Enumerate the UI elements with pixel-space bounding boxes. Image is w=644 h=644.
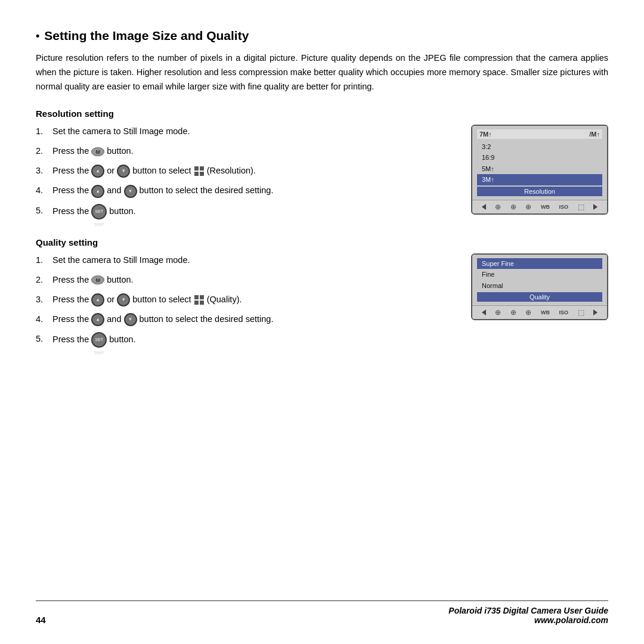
book-title: Polaroid i735 Digital Camera User Guide [448,606,608,615]
step-content-1: Set the camera to Still Image mode. [52,125,453,138]
quality-step-3: 3. Press the or button to select [36,293,453,306]
page-title: • Setting the Image Size and Quality [36,29,608,43]
quality-steps-block: 1. Set the camera to Still Image mode. 2… [36,253,608,354]
q-step-content-2: Press the M button. [52,273,453,287]
screen-inner: 7M↑ /M↑ 3:2 16:9 5M↑ 3M↑ Resolution [472,126,607,200]
resolution-item-32: 3:2 [477,141,602,153]
quality-screen-icons: ⊕ ⊕ ⊕ WB ISO ⬚ [472,305,607,319]
q-icon-wb: WB [541,309,550,315]
svg-rect-6 [194,301,199,305]
icon-iso: ISO [559,204,569,210]
icon-4: ⬚ [578,203,584,211]
resolution-step-1: 1. Set the camera to Still Image mode. [36,125,453,138]
quality-steps-list: 1. Set the camera to Still Image mode. 2… [36,253,453,354]
resolution-menu-items: 3:2 16:9 5M↑ 3M↑ [477,141,602,185]
page: • Setting the Image Size and Quality Pic… [0,0,644,644]
screen-mode-right: /M↑ [589,131,600,138]
quality-screen-inner: Super Fine Fine Normal Quality [472,255,607,306]
q-m-button-icon: M [91,275,104,284]
right-nav-arrow [593,204,597,210]
website: www.polaroid.com [448,615,608,625]
icon-wb: WB [541,204,550,210]
resolution-screen: 7M↑ /M↑ 3:2 16:9 5M↑ 3M↑ Resolution ⊕ ⊕ [471,125,608,215]
q-icon-1: ⊕ [495,308,501,317]
step-content-2: Press the M button. [52,144,453,158]
q-down-nav-icon [124,313,137,326]
quality-screen: Super Fine Fine Normal Quality ⊕ ⊕ ⊕ WB … [471,253,608,321]
step-num-4: 4. [36,184,52,197]
quality-item-superfine: Super Fine [477,258,602,270]
down-arrow-icon [117,165,130,178]
svg-rect-2 [194,172,199,176]
q-up-nav-icon [91,313,104,326]
down-nav-icon [124,185,137,198]
quality-step-4: 4. Press the and button to select the de… [36,312,453,326]
resolution-label: Resolution [477,187,602,196]
q-step-num-2: 2. [36,273,52,287]
step-num-1: 1. [36,125,52,138]
quality-section: Quality setting 1. Set the camera to Sti… [36,237,608,354]
resolution-step-2: 2. Press the M button. [36,144,453,158]
q-step-content-5: Press the SETDISP button. [52,332,453,348]
icon-1: ⊕ [495,203,501,211]
screen-top-bar: 7M↑ /M↑ [477,129,602,139]
q-step-num-3: 3. [36,293,52,306]
resolution-item-3m: 3M↑ [477,174,602,185]
q-step-num-1: 1. [36,253,52,267]
quality-heading: Quality setting [36,237,608,247]
set-disp-button-icon: SETDISP [91,204,107,219]
m-button-icon: M [91,147,104,156]
resolution-grid-icon [194,166,205,177]
left-nav-arrow [482,204,486,210]
q-icon-3: ⊕ [525,308,531,317]
step-content-5: Press the SETDISP button. [52,204,453,219]
resolution-steps-block: 1. Set the camera to Still Image mode. 2… [36,125,608,225]
resolution-step-4: 4. Press the and button to select the de… [36,184,453,197]
q-step-num-4: 4. [36,312,52,326]
step-content-3: Press the or button to select [52,164,453,178]
resolution-item-169: 16:9 [477,152,602,163]
svg-rect-5 [200,295,204,299]
svg-rect-0 [194,166,199,171]
resolution-heading: Resolution setting [36,109,608,119]
quality-item-fine: Fine [477,269,602,280]
resolution-steps-list: 1. Set the camera to Still Image mode. 2… [36,125,453,225]
quality-step-1: 1. Set the camera to Still Image mode. [36,253,453,267]
footer-title-block: Polaroid i735 Digital Camera User Guide … [448,606,608,625]
step-num-5: 5. [36,204,52,218]
icon-3: ⊕ [525,203,531,211]
resolution-screen-icons: ⊕ ⊕ ⊕ WB ISO ⬚ [472,200,607,213]
icon-2: ⊕ [510,203,516,211]
resolution-step-5: 5. Press the SETDISP button. [36,204,453,219]
q-icon-2: ⊕ [510,308,516,317]
resolution-section: Resolution setting 1. Set the camera to … [36,109,608,225]
screen-mode-left: 7M↑ [479,131,492,138]
step-num-2: 2. [36,144,52,158]
resolution-item-5m: 5M↑ [477,163,602,175]
q-down-arrow-icon [117,293,130,306]
q-step-content-1: Set the camera to Still Image mode. [52,253,453,267]
q-step-content-3: Press the or button to select [52,293,453,306]
q-icon-iso: ISO [559,309,569,315]
up-arrow-icon [91,165,104,178]
q-step-content-4: Press the and button to select the desir… [52,312,453,326]
footer: 44 Polaroid i735 Digital Camera User Gui… [36,600,608,625]
quality-step-2: 2. Press the M button. [36,273,453,287]
resolution-step-3: 3. Press the or button to select [36,164,453,178]
svg-rect-7 [200,301,204,305]
q-icon-4: ⬚ [578,308,584,317]
q-step-num-5: 5. [36,332,52,346]
page-number: 44 [36,615,46,625]
quality-step-5: 5. Press the SETDISP button. [36,332,453,348]
svg-rect-4 [194,295,199,299]
up-nav-icon [91,185,104,198]
quality-grid-icon [194,295,205,305]
svg-rect-1 [200,166,204,171]
svg-rect-3 [200,172,204,176]
q-up-arrow-icon [91,293,104,306]
intro-paragraph: Picture resolution refers to the number … [36,51,608,94]
quality-item-normal: Normal [477,280,602,292]
step-num-3: 3. [36,164,52,178]
bullet: • [36,30,39,42]
step-content-4: Press the and button to select the desir… [52,184,453,197]
